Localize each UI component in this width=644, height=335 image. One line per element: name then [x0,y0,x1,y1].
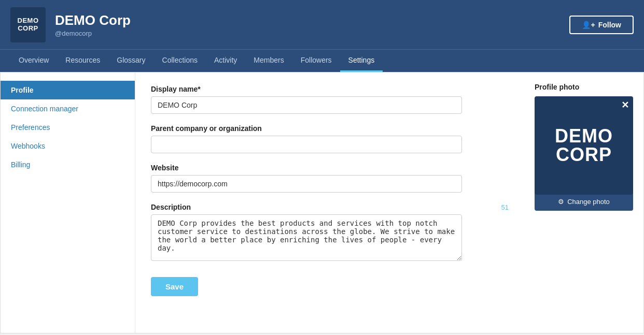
sidebar-item-profile[interactable]: Profile [1,81,135,99]
website-input[interactable] [151,175,462,193]
sidebar-item-preferences[interactable]: Preferences [1,118,135,137]
description-textarea[interactable] [151,214,462,261]
change-photo-button[interactable]: ⚙ Change photo [535,193,633,211]
description-label: Description [151,203,191,211]
parent-company-group: Parent company or organization [151,124,509,153]
photo-container: ✕ DEMO CORP [535,96,633,195]
description-group: Description 51 [151,203,509,263]
sidebar: ProfileConnection managerPreferencesWebh… [1,72,135,333]
nav-item-glossary[interactable]: Glossary [108,50,153,72]
display-name-label: Display name* [151,85,509,93]
description-label-row: Description 51 [151,203,509,211]
website-group: Website [151,164,509,193]
nav-item-settings[interactable]: Settings [340,50,383,72]
org-handle: @democorp [55,30,131,37]
logo-text: DEMO [18,17,39,24]
photo-panel: Profile photo ✕ DEMO CORP ⚙ Change photo [524,72,643,333]
org-logo: DEMO CORP [10,7,46,42]
photo-org-name-line2: CORP [556,145,612,164]
nav-bar: OverviewResourcesGlossaryCollectionsActi… [0,49,644,72]
nav-item-resources[interactable]: Resources [57,50,108,72]
main-content: Display name* Parent company or organiza… [135,72,524,333]
follow-button[interactable]: 👤+ Follow [569,16,634,34]
sidebar-item-connection-manager[interactable]: Connection manager [1,99,135,118]
save-button[interactable]: Save [151,277,198,296]
photo-container-wrapper: ✕ DEMO CORP ⚙ Change photo [535,96,633,211]
display-name-group: Display name* [151,85,509,114]
photo-org-name-line1: DEMO [555,127,613,145]
sidebar-item-webhooks[interactable]: Webhooks [1,137,135,155]
close-icon[interactable]: ✕ [621,99,629,111]
char-count: 51 [501,203,509,211]
org-info: DEMO Corp @democorp [55,12,131,37]
photo-panel-label: Profile photo [535,83,633,91]
follow-label: Follow [598,21,621,29]
logo-text-2: CORP [18,25,38,32]
parent-company-input[interactable] [151,136,462,153]
display-name-input[interactable] [151,96,462,114]
nav-item-followers[interactable]: Followers [292,50,340,72]
change-photo-label: Change photo [567,198,610,206]
sidebar-item-billing[interactable]: Billing [1,155,135,174]
nav-item-overview[interactable]: Overview [10,50,57,72]
page-header: DEMO CORP DEMO Corp @democorp 👤+ Follow [0,0,644,49]
gear-icon: ⚙ [558,198,564,206]
parent-company-label: Parent company or organization [151,124,509,133]
nav-item-collections[interactable]: Collections [154,50,206,72]
org-name: DEMO Corp [55,12,131,28]
content-wrapper: ProfileConnection managerPreferencesWebh… [0,72,644,333]
website-label: Website [151,164,509,172]
follow-icon: 👤+ [582,21,595,29]
nav-item-members[interactable]: Members [245,50,292,72]
nav-item-activity[interactable]: Activity [206,50,245,72]
